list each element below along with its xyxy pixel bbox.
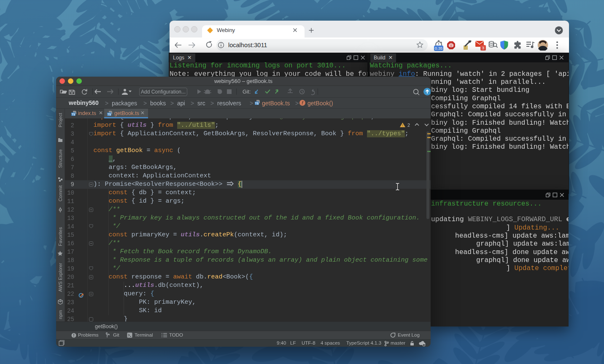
- svg-text:TS: TS: [255, 102, 259, 105]
- svg-text:0.35: 0.35: [435, 46, 443, 51]
- svg-text:TS: TS: [108, 113, 111, 116]
- svg-text:!: !: [402, 123, 403, 127]
- svg-text:3: 3: [482, 46, 484, 50]
- svg-text:TS: TS: [72, 113, 76, 116]
- svg-text:Git:: Git:: [243, 89, 251, 95]
- svg-text:2: 2: [407, 123, 410, 128]
